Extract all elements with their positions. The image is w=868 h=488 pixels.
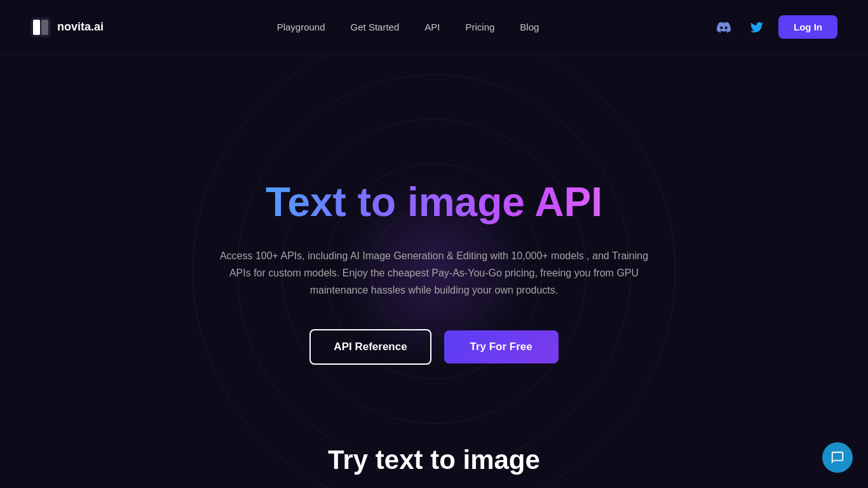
hero-content: Text to image API Access 100+ APIs, incl…: [193, 178, 675, 365]
svg-rect-1: [33, 20, 40, 35]
svg-rect-2: [41, 20, 48, 35]
hero-buttons: API Reference Try For Free: [218, 329, 650, 365]
nav-pricing[interactable]: Pricing: [465, 22, 494, 32]
hero-title: Text to image API: [218, 178, 650, 227]
twitter-icon: [750, 21, 763, 34]
chat-widget-button[interactable]: [822, 442, 853, 473]
chat-icon: [831, 451, 844, 464]
logo-icon: [31, 17, 51, 37]
try-for-free-button[interactable]: Try For Free: [444, 330, 559, 363]
hero-section: Text to image API Access 100+ APIs, incl…: [0, 55, 868, 488]
nav-links: Playground Get Started API Pricing Blog: [277, 22, 539, 32]
bottom-preview: Try text to image: [0, 445, 868, 488]
logo[interactable]: novita.ai: [31, 17, 104, 37]
discord-icon: [717, 20, 731, 34]
nav-blog[interactable]: Blog: [520, 22, 539, 32]
nav-api[interactable]: API: [424, 22, 440, 32]
nav-right: Log In: [712, 15, 837, 39]
nav-playground[interactable]: Playground: [277, 22, 325, 32]
logo-text: novita.ai: [57, 20, 104, 34]
navbar: novita.ai Playground Get Started API Pri…: [0, 0, 868, 55]
login-button[interactable]: Log In: [778, 15, 837, 39]
twitter-button[interactable]: [745, 16, 768, 39]
hero-title-part1: Text to image: [266, 179, 525, 225]
bottom-section-title: Try text to image: [0, 445, 868, 475]
api-reference-button[interactable]: API Reference: [309, 329, 431, 365]
hero-title-part2: API: [534, 179, 602, 225]
hero-description: Access 100+ APIs, including AI Image Gen…: [218, 247, 650, 299]
discord-button[interactable]: [712, 16, 735, 39]
nav-get-started[interactable]: Get Started: [351, 22, 400, 32]
